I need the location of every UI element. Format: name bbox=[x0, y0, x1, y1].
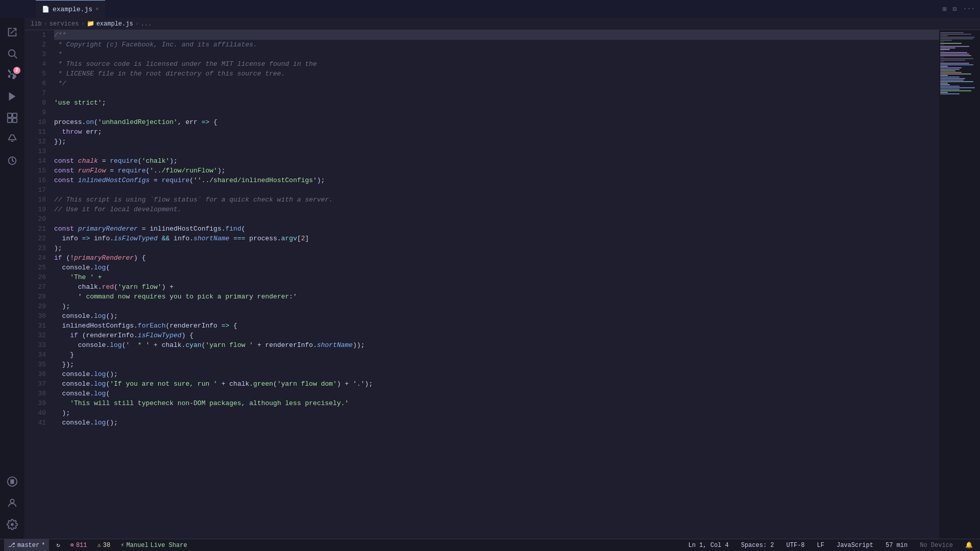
line-ending-value: LF bbox=[817, 542, 824, 549]
code-line-13 bbox=[54, 146, 939, 156]
svg-rect-4 bbox=[13, 113, 17, 117]
status-bar-right: Ln 1, Col 4 Spaces: 2 UTF-8 LF JavaScrip… bbox=[685, 539, 976, 552]
tab-label: example.js bbox=[53, 6, 92, 13]
code-line-34: } bbox=[54, 350, 939, 360]
code-line-29: ); bbox=[54, 302, 939, 311]
code-line-40: ); bbox=[54, 408, 939, 418]
code-line-23: ); bbox=[54, 243, 939, 253]
encoding-value: UTF-8 bbox=[787, 542, 805, 549]
git-branch-status[interactable]: ⎇ master * bbox=[4, 539, 49, 552]
notifications-bell[interactable]: 🔔 bbox=[962, 539, 976, 552]
breadcrumb: lib › services › 📁 example.js › ... bbox=[24, 18, 980, 30]
code-line-3: * bbox=[54, 49, 939, 59]
svg-point-0 bbox=[9, 50, 15, 57]
sidebar-item-settings[interactable] bbox=[2, 514, 22, 535]
sidebar-item-live-share[interactable] bbox=[2, 151, 22, 171]
minimap bbox=[939, 30, 980, 539]
code-line-15: const runFlow = require('../flow/runFlow… bbox=[54, 166, 939, 176]
sidebar-item-source-control[interactable]: 2 bbox=[2, 65, 22, 85]
code-line-25: console.log( bbox=[54, 263, 939, 272]
code-line-35: }); bbox=[54, 360, 939, 369]
tab-example-js[interactable]: 📄 example.js × bbox=[36, 0, 105, 18]
breadcrumb-sep1: › bbox=[44, 20, 47, 28]
tab-list: 📄 example.js × bbox=[36, 0, 105, 18]
code-line-28: ' command now requires you to pick a pri… bbox=[54, 292, 939, 302]
encoding[interactable]: UTF-8 bbox=[783, 539, 808, 552]
breadcrumb-symbol[interactable]: ... bbox=[141, 20, 152, 28]
svg-rect-3 bbox=[8, 113, 12, 117]
titlebar-controls: ⊞ ⊟ ··· bbox=[943, 5, 975, 13]
svg-point-9 bbox=[11, 523, 14, 526]
code-line-8: 'use strict'; bbox=[54, 98, 939, 108]
svg-rect-6 bbox=[13, 118, 17, 122]
code-line-10: process.on('unhandledRejection', err => … bbox=[54, 117, 939, 127]
titlebar: 📄 example.js × ⊞ ⊟ ··· bbox=[0, 0, 980, 18]
breadcrumb-sep3: › bbox=[135, 20, 139, 28]
split-editor-icon[interactable]: ⊞ bbox=[943, 5, 947, 13]
editor-area: lib › services › 📁 example.js › ... 1 2 … bbox=[24, 18, 980, 539]
tab-close-button[interactable]: × bbox=[95, 6, 99, 12]
code-line-21: const primaryRenderer = inlinedHostConfi… bbox=[54, 224, 939, 234]
code-line-26: 'The ' + bbox=[54, 272, 939, 282]
code-line-5: * LICENSE file in the root directory of … bbox=[54, 69, 939, 79]
code-line-38: console.log( bbox=[54, 389, 939, 398]
no-device-label: No Device bbox=[920, 542, 953, 549]
live-share-label: Live Share bbox=[151, 542, 187, 549]
sidebar-item-search[interactable] bbox=[2, 43, 22, 64]
time-indicator[interactable]: 57 min bbox=[883, 539, 911, 552]
code-line-36: console.log(); bbox=[54, 369, 939, 379]
live-share-status[interactable]: ⚡ Manuel Live Share bbox=[117, 539, 190, 552]
source-control-badge: 2 bbox=[13, 67, 20, 74]
code-line-7 bbox=[54, 88, 939, 98]
warning-count-value: 38 bbox=[103, 542, 110, 549]
live-share-icon: ⚡ bbox=[120, 541, 124, 549]
code-editor[interactable]: 1 2 3 4 5 6 7 8 9 10 11 12 13 14 15 16 1… bbox=[24, 30, 980, 539]
code-line-1: /** bbox=[54, 30, 939, 40]
status-bar-left: ⎇ master * ↻ ⊗ 811 ⚠ 38 ⚡ Manuel Live Sh… bbox=[4, 539, 190, 552]
code-line-24: if (!primaryRenderer) { bbox=[54, 253, 939, 263]
line-ending[interactable]: LF bbox=[814, 539, 827, 552]
code-line-14: const chalk = require('chalk'); bbox=[54, 156, 939, 166]
code-content[interactable]: /** * Copyright (c) Facebook, Inc. and i… bbox=[50, 30, 939, 539]
code-line-6: */ bbox=[54, 79, 939, 88]
code-line-39: 'This will still typecheck non-DOM packa… bbox=[54, 398, 939, 408]
more-actions-icon[interactable]: ··· bbox=[963, 5, 975, 13]
no-device-status[interactable]: No Device bbox=[917, 539, 956, 552]
sidebar-item-extensions[interactable] bbox=[2, 108, 22, 128]
activity-bar: 2 bbox=[0, 18, 24, 539]
layout-icon[interactable]: ⊟ bbox=[953, 5, 957, 13]
bell-icon: 🔔 bbox=[965, 541, 973, 549]
breadcrumb-services[interactable]: services bbox=[50, 20, 79, 28]
error-icon: ⊗ bbox=[70, 541, 74, 549]
breadcrumb-lib[interactable]: lib bbox=[31, 20, 42, 28]
code-line-27: chalk.red('yarn flow') + bbox=[54, 282, 939, 292]
sidebar-item-explorer[interactable] bbox=[2, 22, 22, 42]
sidebar-item-remote[interactable] bbox=[2, 471, 22, 492]
error-count[interactable]: ⊗ 811 bbox=[67, 539, 90, 552]
warning-count[interactable]: ⚠ 38 bbox=[94, 539, 114, 552]
sidebar-item-test[interactable] bbox=[2, 129, 22, 149]
code-line-11: throw err; bbox=[54, 127, 939, 137]
dirty-indicator: * bbox=[41, 542, 45, 549]
status-bar: ⎇ master * ↻ ⊗ 811 ⚠ 38 ⚡ Manuel Live Sh… bbox=[0, 539, 980, 551]
sidebar-item-run[interactable] bbox=[2, 86, 22, 107]
language-mode[interactable]: JavaScript bbox=[834, 539, 876, 552]
svg-point-8 bbox=[10, 499, 14, 503]
cursor-position-value: Ln 1, Col 4 bbox=[689, 542, 729, 549]
main-layout: 2 lib › se bbox=[0, 18, 980, 539]
sync-button[interactable]: ↻ bbox=[53, 539, 63, 552]
language-value: JavaScript bbox=[837, 542, 873, 549]
code-line-41: console.log(); bbox=[54, 418, 939, 428]
code-line-18: // This script is using `flow status` fo… bbox=[54, 195, 939, 205]
indentation[interactable]: Spaces: 2 bbox=[738, 539, 777, 552]
breadcrumb-folder-icon: 📁 bbox=[87, 20, 94, 28]
time-value: 57 min bbox=[886, 542, 908, 549]
cursor-position[interactable]: Ln 1, Col 4 bbox=[685, 539, 732, 552]
sidebar-item-account[interactable] bbox=[2, 493, 22, 513]
breadcrumb-sep2: › bbox=[81, 20, 84, 28]
breadcrumb-file[interactable]: example.js bbox=[96, 20, 133, 28]
code-line-30: console.log(); bbox=[54, 311, 939, 321]
sync-icon: ↻ bbox=[56, 541, 60, 549]
code-line-19: // Use it for local development. bbox=[54, 205, 939, 214]
svg-rect-5 bbox=[8, 118, 12, 122]
